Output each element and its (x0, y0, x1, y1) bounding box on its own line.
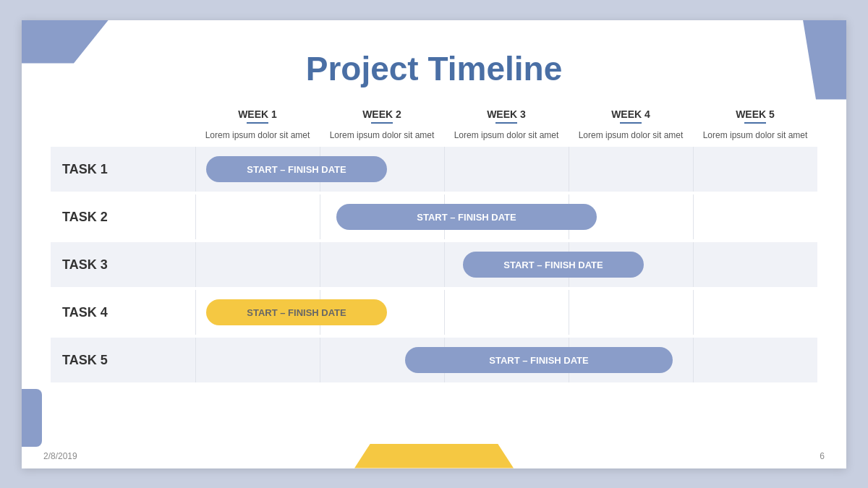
task-3-cell-1 (195, 242, 320, 287)
task-3-cell-4 (569, 242, 693, 287)
task-4-cell-2 (320, 290, 444, 335)
task-2-cell-3 (444, 194, 569, 239)
footer-page: 6 (820, 451, 825, 461)
task-1-name: TASK 1 (51, 147, 195, 192)
task-4-cell-4 (569, 290, 693, 335)
task-5-cell-3 (444, 338, 569, 382)
task-3-cell-5 (693, 242, 817, 287)
task-4-name: TASK 4 (51, 290, 195, 335)
task-1-cell-5 (693, 147, 817, 192)
task-2-cell-5 (693, 194, 817, 239)
page-title: Project Timeline (51, 42, 817, 88)
week-header-empty (51, 108, 195, 147)
task-1-cell-4 (569, 147, 693, 192)
task-2-cell-4 (569, 194, 693, 239)
week-4-label: WEEK 4 (569, 108, 693, 120)
task-5-grid: TASK 5 (51, 338, 817, 382)
task-row-2-wrapper: TASK 2 START – FINISH DATE (51, 194, 817, 239)
accent-bottom-left (22, 389, 42, 447)
week-2-underline (371, 122, 393, 124)
task-1-cell-1 (195, 147, 320, 192)
task-1-cell-2 (320, 147, 444, 192)
week-2-label: WEEK 2 (320, 108, 444, 120)
week-header-2: WEEK 2 Lorem ipsum dolor sit amet (320, 108, 444, 147)
week-3-underline (495, 122, 517, 124)
week-header-1: WEEK 1 Lorem ipsum dolor sit amet (195, 108, 320, 147)
footer: 2/8/2019 6 (22, 444, 846, 468)
task-2-name: TASK 2 (51, 194, 195, 239)
week-2-desc: Lorem ipsum dolor sit amet (330, 130, 435, 140)
task-5-name: TASK 5 (51, 338, 195, 382)
week-5-underline (744, 122, 766, 124)
task-2-grid: TASK 2 (51, 194, 817, 239)
week-5-desc: Lorem ipsum dolor sit amet (703, 130, 808, 140)
task-1-cell-3 (444, 147, 569, 192)
task-5-cell-4 (569, 338, 693, 382)
task-row-4-wrapper: TASK 4 START – FINISH DATE (51, 290, 817, 335)
task-4-grid: TASK 4 (51, 290, 817, 335)
task-4-cell-3 (444, 290, 569, 335)
task-row-1-wrapper: TASK 1 START – FINISH DATE (51, 147, 817, 192)
task-2-cell-2 (320, 194, 444, 239)
task-3-cell-3 (444, 242, 569, 287)
task-5-cell-5 (693, 338, 817, 382)
week-1-label: WEEK 1 (195, 108, 320, 120)
week-4-desc: Lorem ipsum dolor sit amet (579, 130, 684, 140)
footer-date: 2/8/2019 (43, 451, 77, 461)
task-3-name: TASK 3 (51, 242, 195, 287)
week-3-desc: Lorem ipsum dolor sit amet (454, 130, 559, 140)
task-row-5-wrapper: TASK 5 START – FINISH DATE (51, 338, 817, 382)
task-4-cell-1 (195, 290, 320, 335)
task-2-cell-1 (195, 194, 320, 239)
week-1-desc: Lorem ipsum dolor sit amet (205, 130, 310, 140)
task-5-cell-1 (195, 338, 320, 382)
timeline-container: WEEK 1 Lorem ipsum dolor sit amet WEEK 2… (51, 108, 817, 383)
week-5-label: WEEK 5 (693, 108, 817, 120)
task-5-cell-2 (320, 338, 444, 382)
task-row-3-wrapper: TASK 3 START – FINISH DATE (51, 242, 817, 287)
task-1-grid: TASK 1 (51, 147, 817, 192)
week-headers: WEEK 1 Lorem ipsum dolor sit amet WEEK 2… (51, 108, 817, 147)
footer-trapezoid (354, 444, 514, 468)
week-header-4: WEEK 4 Lorem ipsum dolor sit amet (569, 108, 693, 147)
week-3-label: WEEK 3 (444, 108, 569, 120)
week-1-underline (247, 122, 268, 124)
week-header-5: WEEK 5 Lorem ipsum dolor sit amet (693, 108, 817, 147)
week-header-3: WEEK 3 Lorem ipsum dolor sit amet (444, 108, 569, 147)
slide-content: Project Timeline WEEK 1 Lorem ipsum dolo… (22, 20, 846, 415)
task-4-cell-5 (693, 290, 817, 335)
task-3-grid: TASK 3 (51, 242, 817, 287)
slide: Project Timeline WEEK 1 Lorem ipsum dolo… (22, 20, 846, 468)
task-3-cell-2 (320, 242, 444, 287)
week-4-underline (620, 122, 642, 124)
